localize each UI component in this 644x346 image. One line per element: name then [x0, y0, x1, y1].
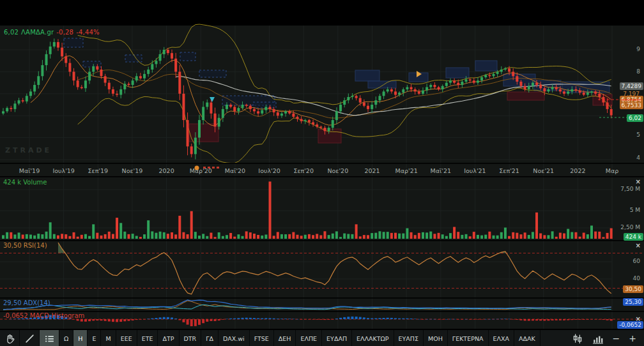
rsi-value-badge: 30,50 — [623, 285, 643, 293]
histogram-chart-icon[interactable] — [592, 333, 604, 344]
macd-name: MACD-Histogram — [30, 312, 84, 319]
time-axis-label: Νοε'20 — [324, 167, 352, 174]
rsi-pane-label: 30,50 RSI(14) — [3, 242, 47, 249]
volume-value: 424 k — [3, 179, 21, 186]
ticker-button-ΕΤΕ[interactable]: ΕΤΕ — [137, 330, 158, 346]
trendline-tool-button[interactable] — [20, 330, 40, 346]
rsi-value: 30,50 — [3, 242, 22, 249]
indicators-list-icon — [44, 333, 55, 344]
indicator-level-badge: 6,7533 — [620, 102, 644, 109]
ticker-button-ΜΟΗ[interactable]: ΜΟΗ — [424, 330, 448, 346]
time-axis-label: 2020 — [153, 167, 181, 174]
time-axis-label: Μαρ — [598, 167, 626, 174]
time-axis-label: Ιουλ'20 — [256, 167, 284, 174]
ticker-shortcut-bar: ΩHEMΕΕΕΕΤΕΔΤΡDTRΓΔDAX.wiFTSEΔΕΗΕΛΠΕΕΥΔΑΠ… — [59, 330, 540, 346]
time-axis-label: Ιουλ'19 — [50, 167, 78, 174]
ticker-button-ΕΛΛΑΚΤΩΡ[interactable]: ΕΛΛΑΚΤΩΡ — [352, 330, 394, 346]
time-axis-label: Μαρ'21 — [392, 167, 420, 174]
ticker-button-ΓΔ[interactable]: ΓΔ — [201, 330, 218, 346]
price-change-percent: -4,44% — [76, 29, 100, 36]
symbol-name: ΛΑΜΔΑ.gr — [21, 29, 54, 36]
ticker-button-E[interactable]: E — [88, 330, 101, 346]
time-axis-label: Σεπ'19 — [84, 167, 112, 174]
price-tick-label: 9 — [636, 46, 640, 52]
last-price: 6,02 — [4, 29, 19, 36]
time-axis-label: Μαϊ'21 — [427, 167, 455, 174]
ticker-button-ΓΕΚΤΕΡΝΑ[interactable]: ΓΕΚΤΕΡΝΑ — [448, 330, 489, 346]
toolbar-right-group: − + — [572, 330, 644, 346]
ticker-button-ΑΔΑΚ[interactable]: ΑΔΑΚ — [514, 330, 540, 346]
ticker-button-ΕΛΧΑ[interactable]: ΕΛΧΑ — [489, 330, 515, 346]
ticker-button-DAX.wi[interactable]: DAX.wi — [218, 330, 250, 346]
bottom-toolbar: ΩHEMΕΕΕΕΤΕΔΤΡDTRΓΔDAX.wiFTSEΔΕΗΕΛΠΕΕΥΔΑΠ… — [0, 329, 644, 346]
ticker-button-ΔΤΡ[interactable]: ΔΤΡ — [158, 330, 179, 346]
volume-pane-label: 424 k Volume — [3, 179, 47, 186]
price-legend: 6,02ΛΑΜΔΑ.gr-0,28-4,44% — [4, 29, 102, 36]
zoom-in-button[interactable]: + — [629, 334, 636, 343]
platform-watermark: ZTRADE — [5, 146, 52, 154]
time-axis-label: 2021 — [358, 167, 387, 174]
time-axis-label: Μαϊ'20 — [221, 167, 249, 174]
time-axis-label: Μαρ'20 — [187, 167, 215, 174]
adx-pane-label: 29,50 ADX(14) — [3, 299, 50, 306]
last-price-badge: 6,02 — [627, 114, 643, 122]
macd-value-badge: -0,0652 — [617, 321, 643, 329]
time-axis-label: Σεπ'20 — [289, 167, 318, 174]
time-axis-label: Ιουλ'21 — [461, 167, 489, 174]
macd-value: -0,0652 — [3, 312, 28, 319]
time-axis-label: Σεπ'21 — [495, 167, 523, 174]
rsi-tick-label: 60 — [633, 258, 640, 264]
adx-value-badge: 25,30 — [623, 298, 643, 306]
adx-value: 29,50 — [3, 299, 22, 306]
time-axis-label: Μαϊ'19 — [15, 167, 43, 174]
price-tick-label: 4 — [636, 154, 640, 161]
ticker-button-M[interactable]: M — [101, 330, 116, 346]
ticker-button-H[interactable]: H — [73, 330, 88, 346]
volume-tick-label: 7,50 M — [620, 186, 640, 192]
hand-icon — [4, 333, 15, 344]
ticker-button-ΔΕΗ[interactable]: ΔΕΗ — [274, 330, 296, 346]
ticker-button-FTSE[interactable]: FTSE — [250, 330, 274, 346]
ticker-button-ΕΛΠΕ[interactable]: ΕΛΠΕ — [296, 330, 322, 346]
volume-value-badge: 424 k — [624, 233, 643, 241]
price-level-badge: 7,4289 — [620, 82, 644, 90]
rsi-name: RSI(14) — [24, 242, 47, 249]
ticker-button-DTR[interactable]: DTR — [180, 330, 202, 346]
trendline-icon — [24, 333, 35, 344]
price-tick-label: 8 — [636, 68, 640, 75]
ticker-button-ΕΥΔΑΠ[interactable]: ΕΥΔΑΠ — [322, 330, 352, 346]
ticker-button-ΕΕΕ[interactable]: ΕΕΕ — [116, 330, 137, 346]
pan-tool-button[interactable] — [0, 330, 20, 346]
time-axis-label: Νοε'21 — [530, 167, 558, 174]
adx-name: ADX(14) — [24, 299, 50, 306]
candlestick-chart-icon[interactable] — [572, 333, 583, 344]
volume-tick-label: 5 M — [630, 207, 640, 213]
price-tick-label: 5 — [636, 132, 640, 138]
rsi-tick-label: 40 — [633, 275, 640, 282]
trading-app-window: 6,02ΛΑΜΔΑ.gr-0,28-4,44% ZTRADE 7,4289 7,… — [0, 0, 644, 346]
macd-pane-label: -0,0652 MACD-Histogram — [3, 312, 84, 319]
volume-name: Volume — [23, 179, 47, 186]
price-change: -0,28 — [56, 29, 73, 36]
indicators-tool-button[interactable] — [40, 330, 59, 346]
ticker-button-ΕΥΑΠΣ[interactable]: ΕΥΑΠΣ — [394, 330, 424, 346]
time-axis-label: 2022 — [564, 167, 592, 174]
time-axis-label: Νοε'19 — [118, 167, 146, 174]
rsi-pane-close-button[interactable]: × — [636, 243, 641, 249]
ticker-button-Ω[interactable]: Ω — [59, 330, 73, 346]
volume-tick-label: 2,50 M — [620, 224, 640, 230]
zoom-out-button[interactable]: − — [613, 334, 620, 343]
volume-pane-close-button[interactable]: × — [636, 179, 641, 185]
